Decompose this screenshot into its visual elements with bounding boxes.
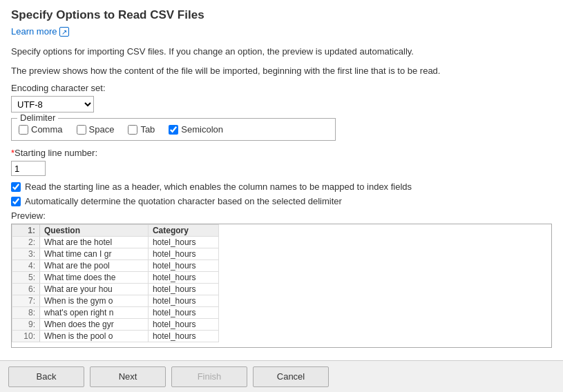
quotation-checkbox-label: Automatically determine the quotation ch…: [25, 196, 342, 206]
table-row: 9:When does the gyrhotel_hours: [12, 319, 219, 331]
description-2: The preview shows how the content of the…: [11, 64, 552, 78]
description-1: Specify options for importing CSV files.…: [11, 45, 552, 59]
external-link-icon: ↗: [59, 27, 69, 37]
header-checkbox-row: Read the starting line as a header, whic…: [11, 182, 552, 192]
delimiter-legend: Delimiter: [17, 112, 58, 123]
footer: Back Next Finish Cancel: [0, 360, 563, 392]
cancel-button[interactable]: Cancel: [253, 366, 329, 387]
tab-checkbox[interactable]: [128, 125, 137, 135]
table-row: 5:What time does thehotel_hours: [12, 272, 219, 284]
row-num-header: 1:: [12, 225, 40, 237]
delimiter-semicolon[interactable]: Semicolon: [169, 124, 223, 135]
semicolon-label: Semicolon: [181, 124, 223, 135]
next-button[interactable]: Next: [90, 366, 166, 387]
page-title: Specify Options to Read CSV Files: [11, 8, 552, 22]
starting-line-label: *Starting line number:: [11, 148, 552, 158]
learn-more-link[interactable]: Learn more ↗: [11, 26, 69, 37]
table-row: 8:what's open right nhotel_hours: [12, 307, 219, 319]
space-checkbox[interactable]: [77, 125, 86, 135]
col-question-header: Question: [40, 225, 149, 237]
header-checkbox-label: Read the starting line as a header, whic…: [25, 182, 412, 192]
preview-container[interactable]: 1: Question Category 2:What are the hote…: [11, 224, 552, 348]
table-row: 10:When is the pool ohotel_hours: [12, 331, 219, 342]
table-row: 7:When is the gym ohotel_hours: [12, 295, 219, 307]
table-row: 6:What are your houhotel_hours: [12, 284, 219, 295]
semicolon-checkbox[interactable]: [169, 125, 178, 135]
table-row: 2:What are the hotelhotel_hours: [12, 237, 219, 248]
table-row: 4:What are the poolhotel_hours: [12, 260, 219, 272]
col-category-header: Category: [148, 225, 218, 237]
table-row: 3:What time can I grhotel_hours: [12, 248, 219, 260]
finish-button[interactable]: Finish: [171, 366, 247, 387]
delimiter-tab[interactable]: Tab: [128, 124, 155, 135]
space-label: Space: [89, 124, 115, 135]
comma-label: Comma: [31, 124, 63, 135]
header-checkbox[interactable]: [11, 182, 21, 192]
encoding-label: Encoding character set:: [11, 83, 552, 93]
table-header-row: 1: Question Category: [12, 225, 219, 237]
quotation-checkbox-row: Automatically determine the quotation ch…: [11, 196, 552, 206]
preview-table: 1: Question Category 2:What are the hote…: [12, 224, 219, 342]
delimiter-space[interactable]: Space: [77, 124, 115, 135]
delimiter-group: Delimiter Comma Space Tab Semicolon: [11, 118, 336, 141]
back-button[interactable]: Back: [8, 366, 84, 387]
tab-label: Tab: [140, 124, 155, 135]
quotation-checkbox[interactable]: [11, 197, 21, 206]
starting-line-input[interactable]: [11, 161, 46, 176]
preview-label: Preview:: [11, 210, 552, 221]
delimiter-comma[interactable]: Comma: [19, 124, 63, 135]
encoding-select[interactable]: UTF-8 UTF-16 ISO-8859-1 ASCII: [11, 96, 94, 112]
learn-more-label: Learn more: [11, 26, 57, 37]
comma-checkbox[interactable]: [19, 125, 28, 135]
